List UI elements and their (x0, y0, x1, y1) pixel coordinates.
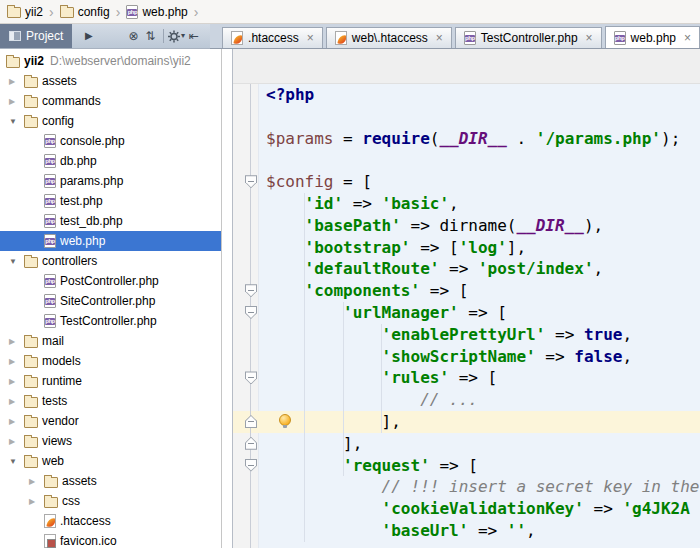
tree-item-SiteController.php[interactable]: phpSiteController.php (0, 291, 221, 311)
breadcrumb-item-web.php[interactable]: phpweb.php (126, 5, 187, 19)
folder-icon (24, 357, 38, 368)
fold-end-marker[interactable] (245, 437, 257, 450)
code-line (266, 106, 700, 128)
tree-item-web[interactable]: ▼web (0, 451, 221, 471)
tab-web\.htaccess[interactable]: web\.htaccess× (326, 27, 452, 48)
code-line: 'cookieValidationKey' => 'g4JK2A (266, 498, 700, 520)
expand-arrow-icon[interactable]: ▶ (6, 337, 24, 346)
tree-item-css[interactable]: ▶css (0, 491, 221, 511)
tree-item-web.php[interactable]: phpweb.php (0, 231, 221, 251)
tab-.htaccess[interactable]: .htaccess× (222, 27, 323, 48)
php-badge-label: php (465, 35, 475, 42)
tree-item-yii2[interactable]: yii2D:\webserver\domains\yii2 (0, 51, 221, 71)
php-file-icon: php (44, 314, 56, 328)
editor-top-strip (233, 49, 700, 84)
tree-item-label: assets (42, 74, 77, 88)
tree-item-db.php[interactable]: phpdb.php (0, 151, 221, 171)
tree-item-controllers[interactable]: ▼controllers (0, 251, 221, 271)
php-badge-label: php (45, 198, 55, 205)
code-line: 'rules' => [ (266, 367, 700, 389)
collapse-arrow-icon[interactable]: ▼ (6, 117, 24, 126)
hide-panel-icon[interactable]: ⇤ (185, 30, 202, 42)
folder-icon (24, 397, 38, 408)
fold-start-marker[interactable] (245, 284, 257, 297)
tree-item-label: test_db.php (60, 214, 123, 228)
tree-item-models[interactable]: ▶models (0, 351, 221, 371)
code-line: <?php (266, 84, 700, 106)
tree-item-tests[interactable]: ▶tests (0, 391, 221, 411)
htaccess-file-icon (44, 514, 56, 528)
expand-arrow-icon[interactable]: ▶ (26, 497, 44, 506)
folder-icon (44, 477, 58, 488)
ide-window: yii2›config›phpweb.php› Project ▶⊗⇅▾⇤ .h… (0, 0, 700, 548)
tree-item-config[interactable]: ▼config (0, 111, 221, 131)
expand-arrow-icon[interactable]: ▶ (6, 357, 24, 366)
settings-gear-icon[interactable]: ▾ (168, 30, 185, 43)
fold-start-marker[interactable] (245, 459, 257, 472)
expand-arrow-icon[interactable]: ▶ (6, 417, 24, 426)
tree-item-test_db.php[interactable]: phptest_db.php (0, 211, 221, 231)
collapse-all-icon[interactable]: ⇅ (142, 30, 159, 42)
intention-bulb-icon[interactable] (279, 414, 291, 426)
folder-icon (6, 57, 20, 68)
fold-start-marker[interactable] (245, 175, 257, 188)
tree-item-runtime[interactable]: ▶runtime (0, 371, 221, 391)
scroll-from-source-icon[interactable]: ⊗ (125, 30, 142, 42)
collapse-arrow-icon[interactable]: ▼ (6, 457, 24, 466)
folder-icon (44, 497, 58, 508)
code-line: 'basePath' => dirname(__DIR__), (266, 215, 700, 237)
panel-splitter[interactable] (222, 49, 232, 548)
expand-arrow-icon[interactable]: ▶ (26, 477, 44, 486)
code-area[interactable]: <?php $params = require(__DIR__ . '/para… (260, 84, 700, 542)
project-tree: yii2D:\webserver\domains\yii2▶assets▶com… (0, 49, 222, 548)
close-icon[interactable]: × (684, 32, 691, 44)
view-mode-chevron-icon[interactable]: ▶ (80, 31, 97, 41)
php-badge-label: php (45, 158, 55, 165)
expand-arrow-icon[interactable]: ▶ (6, 377, 24, 386)
tree-item-PostController.php[interactable]: phpPostController.php (0, 271, 221, 291)
fold-start-marker[interactable] (245, 371, 257, 384)
tree-item-.htaccess[interactable]: .htaccess (0, 511, 221, 531)
close-icon[interactable]: × (307, 32, 314, 44)
code-line: 'urlManager' => [ (266, 302, 700, 324)
tree-item-params.php[interactable]: phpparams.php (0, 171, 221, 191)
tab-TestController.php[interactable]: phpTestController.php× (455, 27, 602, 48)
tab-label: TestController.php (481, 31, 578, 45)
php-badge-label: php (45, 318, 55, 325)
code-line: ], (266, 411, 700, 433)
expand-arrow-icon[interactable]: ▶ (6, 437, 24, 446)
php-file-icon: php (44, 274, 56, 288)
tree-item-test.php[interactable]: phptest.php (0, 191, 221, 211)
tree-item-assets[interactable]: ▶assets (0, 71, 221, 91)
breadcrumb-item-yii2[interactable]: yii2 (7, 5, 43, 19)
collapse-arrow-icon[interactable]: ▼ (6, 257, 24, 266)
tree-item-console.php[interactable]: phpconsole.php (0, 131, 221, 151)
tab-web.php[interactable]: phpweb.php× (605, 26, 700, 48)
php-badge-label: php (615, 35, 625, 42)
tree-item-favicon.ico[interactable]: favicon.ico (0, 531, 221, 548)
php-badge-label: php (45, 298, 55, 305)
tool-window-icon (9, 31, 21, 41)
chevron-right-icon: › (49, 5, 54, 19)
tree-item-commands[interactable]: ▶commands (0, 91, 221, 111)
chevron-right-icon: › (116, 5, 121, 19)
folder-icon (24, 97, 38, 108)
tree-item-label: params.php (60, 174, 123, 188)
close-icon[interactable]: × (586, 32, 593, 44)
breadcrumb-item-config[interactable]: config (60, 5, 110, 19)
tree-item-TestController.php[interactable]: phpTestController.php (0, 311, 221, 331)
php-file-icon: php (44, 154, 56, 168)
tree-item-assets[interactable]: ▶assets (0, 471, 221, 491)
tree-item-mail[interactable]: ▶mail (0, 331, 221, 351)
tree-item-views[interactable]: ▶views (0, 431, 221, 451)
tree-item-label: web (42, 454, 64, 468)
expand-arrow-icon[interactable]: ▶ (6, 397, 24, 406)
expand-arrow-icon[interactable]: ▶ (6, 77, 24, 86)
tree-item-vendor[interactable]: ▶vendor (0, 411, 221, 431)
expand-arrow-icon[interactable]: ▶ (6, 97, 24, 106)
project-tool-window-tab[interactable]: Project (0, 24, 72, 48)
fold-start-marker[interactable] (245, 306, 257, 319)
fold-end-marker[interactable] (245, 415, 257, 428)
php-badge-label: php (127, 9, 137, 16)
close-icon[interactable]: × (436, 32, 443, 44)
